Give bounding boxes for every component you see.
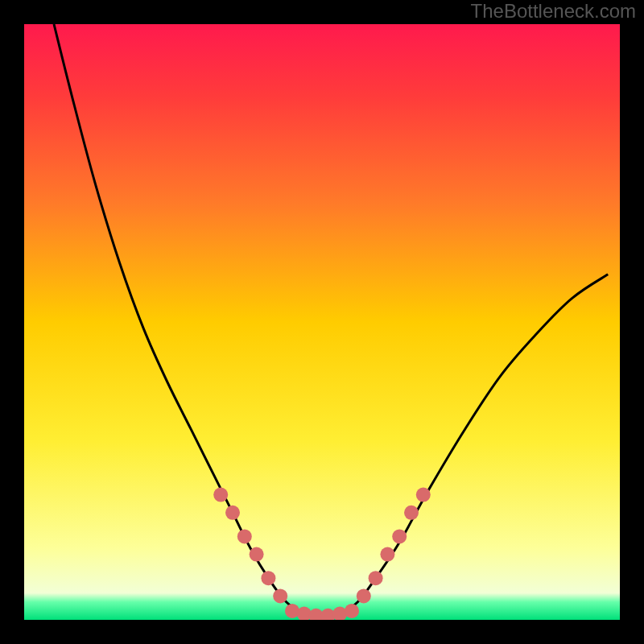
watermark-text: TheBottleneck.com [471,0,636,23]
marker-point [369,571,383,585]
plot-area [24,24,620,620]
chart-svg [24,24,620,620]
marker-point [416,488,431,502]
gradient-background [24,24,620,620]
marker-point [404,506,419,520]
marker-point [225,506,240,520]
chart-container: TheBottleneck.com [0,0,644,644]
marker-point [392,529,407,543]
marker-point [380,547,394,562]
marker-point [273,588,287,603]
marker-point [357,588,371,603]
marker-point [213,488,228,502]
marker-point [237,529,252,543]
marker-point [261,571,275,585]
marker-point [345,604,359,618]
marker-point [250,547,264,562]
